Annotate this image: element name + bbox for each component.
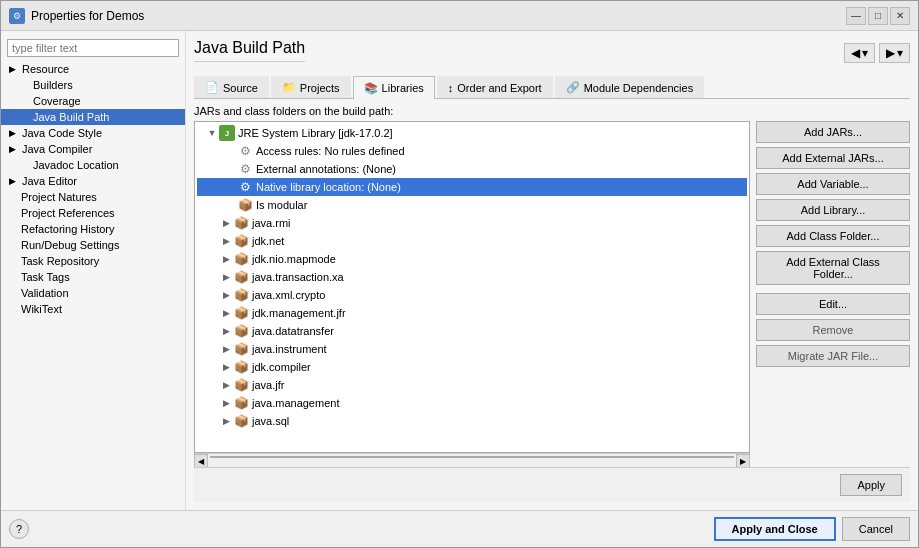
maximize-button[interactable]: □: [868, 7, 888, 25]
tab-order-export[interactable]: ↕ Order and Export: [437, 76, 553, 98]
sidebar-item-run-debug[interactable]: Run/Debug Settings: [1, 237, 185, 253]
sidebar-item-label: Task Repository: [21, 255, 99, 267]
tree-node-jdk-nio[interactable]: ▶ 📦 jdk.nio.mapmode: [197, 250, 747, 268]
help-button[interactable]: ?: [9, 519, 29, 539]
sidebar-item-java-compiler[interactable]: ▶ Java Compiler: [1, 141, 185, 157]
add-class-folder-button[interactable]: Add Class Folder...: [756, 225, 910, 247]
pkg-icon: 📦: [233, 395, 249, 411]
tree-node-jre[interactable]: ▼ J JRE System Library [jdk-17.0.2]: [197, 124, 747, 142]
add-external-class-folder-button[interactable]: Add External Class Folder...: [756, 251, 910, 285]
expand-icon[interactable]: ▶: [219, 362, 233, 372]
expand-icon[interactable]: ▶: [219, 272, 233, 282]
tree-node-java-management[interactable]: ▶ 📦 java.management: [197, 394, 747, 412]
close-button[interactable]: ✕: [890, 7, 910, 25]
sidebar-item-label: Project Natures: [21, 191, 97, 203]
expand-icon[interactable]: ▶: [219, 308, 233, 318]
tree-node-label: Access rules: No rules defined: [256, 145, 405, 157]
sidebar-item-project-natures[interactable]: Project Natures: [1, 189, 185, 205]
tab-source[interactable]: 📄 Source: [194, 76, 269, 98]
expand-icon[interactable]: ▶: [219, 380, 233, 390]
back-icon: ◀: [851, 46, 860, 60]
tree-view[interactable]: ▼ J JRE System Library [jdk-17.0.2] ⚙ Ac…: [194, 121, 750, 453]
sidebar-item-label: Resource: [22, 63, 69, 75]
sidebar-item-project-references[interactable]: Project References: [1, 205, 185, 221]
tree-node-is-modular[interactable]: 📦 Is modular: [197, 196, 747, 214]
h-scroll-right[interactable]: ▶: [736, 454, 750, 468]
add-variable-button[interactable]: Add Variable...: [756, 173, 910, 195]
tree-node-java-rmi[interactable]: ▶ 📦 java.rmi: [197, 214, 747, 232]
h-scrollbar[interactable]: ◀ ▶: [194, 453, 750, 467]
sidebar-item-javadoc[interactable]: Javadoc Location: [1, 157, 185, 173]
expand-icon[interactable]: ▶: [219, 290, 233, 300]
h-scroll-thumb[interactable]: [210, 456, 734, 458]
sidebar-item-java-editor[interactable]: ▶ Java Editor: [1, 173, 185, 189]
minimize-button[interactable]: —: [846, 7, 866, 25]
pkg-icon: 📦: [233, 413, 249, 429]
tree-node-label: jdk.management.jfr: [252, 307, 346, 319]
tab-module-icon: 🔗: [566, 81, 580, 94]
expand-icon[interactable]: ▶: [219, 326, 233, 336]
sidebar-item-wikitext[interactable]: WikiText: [1, 301, 185, 317]
tree-node-java-xml-crypto[interactable]: ▶ 📦 java.xml.crypto: [197, 286, 747, 304]
sidebar-item-refactoring-history[interactable]: Refactoring History: [1, 221, 185, 237]
apply-close-button[interactable]: Apply and Close: [714, 517, 836, 541]
h-scroll-left[interactable]: ◀: [194, 454, 208, 468]
tree-node-java-jfr[interactable]: ▶ 📦 java.jfr: [197, 376, 747, 394]
expand-icon[interactable]: ▼: [205, 128, 219, 138]
add-external-jars-button[interactable]: Add External JARs...: [756, 147, 910, 169]
tab-projects-icon: 📁: [282, 81, 296, 94]
tree-node-java-transaction[interactable]: ▶ 📦 java.transaction.xa: [197, 268, 747, 286]
forward-button[interactable]: ▶ ▾: [879, 43, 910, 63]
sidebar-item-java-build-path[interactable]: Java Build Path: [1, 109, 185, 125]
tree-node-java-datatransfer[interactable]: ▶ 📦 java.datatransfer: [197, 322, 747, 340]
edit-button[interactable]: Edit...: [756, 293, 910, 315]
modular-icon: 📦: [237, 197, 253, 213]
tab-module-deps[interactable]: 🔗 Module Dependencies: [555, 76, 704, 98]
sidebar-item-task-repository[interactable]: Task Repository: [1, 253, 185, 269]
sidebar-item-builders[interactable]: Builders: [1, 77, 185, 93]
tree-node-access-rules[interactable]: ⚙ Access rules: No rules defined: [197, 142, 747, 160]
expand-icon[interactable]: ▶: [219, 218, 233, 228]
content-area: ▶ Resource Builders Coverage Java Build …: [1, 31, 918, 510]
tree-node-jdk-net[interactable]: ▶ 📦 jdk.net: [197, 232, 747, 250]
expand-icon[interactable]: ▶: [219, 416, 233, 426]
sidebar-item-label: WikiText: [21, 303, 62, 315]
tree-node-jdk-mgmt-jfr[interactable]: ▶ 📦 jdk.management.jfr: [197, 304, 747, 322]
sidebar-item-coverage[interactable]: Coverage: [1, 93, 185, 109]
expand-icon[interactable]: ▶: [219, 344, 233, 354]
tree-row: ▼ J JRE System Library [jdk-17.0.2] ⚙ Ac…: [194, 121, 750, 453]
title-bar-left: ⚙ Properties for Demos: [9, 8, 144, 24]
expand-icon[interactable]: ▶: [219, 236, 233, 246]
pkg-icon: 📦: [233, 269, 249, 285]
h-scroll-track[interactable]: [208, 454, 736, 467]
expand-icon[interactable]: ▶: [219, 398, 233, 408]
migrate-jar-button[interactable]: Migrate JAR File...: [756, 345, 910, 367]
tree-node-label: External annotations: (None): [256, 163, 396, 175]
sidebar-item-resource[interactable]: ▶ Resource: [1, 61, 185, 77]
tab-projects[interactable]: 📁 Projects: [271, 76, 351, 98]
add-library-button[interactable]: Add Library...: [756, 199, 910, 221]
filter-input[interactable]: [7, 39, 179, 57]
sidebar-item-java-code-style[interactable]: ▶ Java Code Style: [1, 125, 185, 141]
tree-node-java-sql[interactable]: ▶ 📦 java.sql: [197, 412, 747, 430]
expand-icon[interactable]: ▶: [219, 254, 233, 264]
sidebar-item-label: Java Build Path: [33, 111, 109, 123]
sidebar-item-validation[interactable]: Validation: [1, 285, 185, 301]
tab-source-label: Source: [223, 82, 258, 94]
toolbar: ◀ ▾ ▶ ▾: [844, 43, 910, 63]
tree-node-ext-annotations[interactable]: ⚙ External annotations: (None): [197, 160, 747, 178]
cancel-button[interactable]: Cancel: [842, 517, 910, 541]
tree-node-native-lib[interactable]: ⚙ Native library location: (None): [197, 178, 747, 196]
tree-node-jdk-compiler[interactable]: ▶ 📦 jdk.compiler: [197, 358, 747, 376]
sidebar-item-task-tags[interactable]: Task Tags: [1, 269, 185, 285]
remove-button[interactable]: Remove: [756, 319, 910, 341]
tree-node-java-instrument[interactable]: ▶ 📦 java.instrument: [197, 340, 747, 358]
add-jars-button[interactable]: Add JARs...: [756, 121, 910, 143]
title-controls: — □ ✕: [846, 7, 910, 25]
apply-button[interactable]: Apply: [840, 474, 902, 496]
arrow-icon: ▶: [9, 144, 16, 154]
pkg-icon: 📦: [233, 359, 249, 375]
main-panel: Java Build Path ◀ ▾ ▶ ▾ 📄 Source: [186, 31, 918, 510]
back-button[interactable]: ◀ ▾: [844, 43, 875, 63]
tab-libraries[interactable]: 📚 Libraries: [353, 76, 435, 99]
